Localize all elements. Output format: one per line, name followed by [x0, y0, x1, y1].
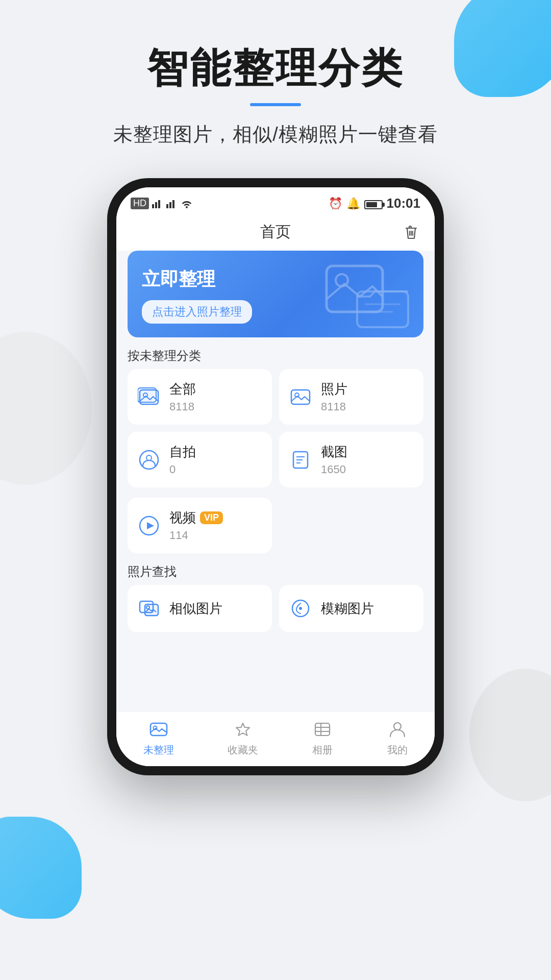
sub-title: 未整理图片，相似/模糊照片一键查看 — [0, 121, 551, 148]
tab-bar: 未整理 收藏夹 — [116, 711, 435, 766]
svg-rect-30 — [315, 723, 330, 736]
tab-album[interactable]: 相册 — [312, 719, 333, 757]
svg-marker-23 — [147, 522, 154, 529]
selfie-icon — [137, 448, 161, 472]
svg-rect-0 — [152, 204, 154, 208]
unorganized-tab-icon — [148, 719, 169, 740]
category-video[interactable]: 视频 VIP 114 — [128, 498, 272, 553]
all-photos-icon — [137, 385, 161, 409]
category-screenshot-name: 截图 — [321, 443, 347, 461]
hd-badge: HD — [131, 198, 149, 209]
banner-icon — [321, 256, 413, 332]
similar-photos-info: 相似图片 — [169, 600, 222, 618]
trash-button[interactable] — [395, 223, 420, 241]
tab-mine[interactable]: 我的 — [387, 719, 408, 757]
similar-icon — [137, 596, 161, 621]
album-tab-icon — [312, 719, 333, 740]
category-all[interactable]: 全部 8118 — [128, 369, 272, 425]
category-photos-name: 照片 — [321, 380, 347, 398]
photo-icon — [288, 385, 313, 409]
status-bar: HD ⏰ 🔔 10:0 — [116, 187, 435, 215]
mine-tab-icon — [387, 719, 408, 740]
tab-favorites-label: 收藏夹 — [228, 743, 258, 757]
category-video-info: 视频 VIP 114 — [169, 509, 223, 542]
svg-rect-2 — [158, 200, 160, 208]
phone-wrapper: HD ⏰ 🔔 10:0 — [0, 178, 551, 775]
svg-rect-5 — [172, 200, 174, 208]
banner-card[interactable]: 立即整理 点击进入照片整理 — [128, 251, 423, 337]
page-header: 智能整理分类 未整理图片，相似/模糊照片一键查看 — [0, 0, 551, 148]
category-video-name: 视频 VIP — [169, 509, 223, 527]
signal-bars-2 — [166, 199, 178, 208]
photo-find-grid: 相似图片 模糊图片 — [128, 585, 423, 632]
category-screenshot-count: 1650 — [321, 463, 347, 476]
phone-screen: HD ⏰ 🔔 10:0 — [116, 187, 435, 766]
status-right: ⏰ 🔔 10:01 — [329, 195, 421, 211]
tab-album-label: 相册 — [312, 743, 333, 757]
category-selfie-info: 自拍 0 — [169, 443, 196, 476]
category-photos-count: 8118 — [321, 400, 347, 413]
svg-point-34 — [394, 723, 401, 730]
screenshot-icon — [288, 448, 313, 472]
svg-point-27 — [299, 607, 302, 610]
tab-unorganized-label: 未整理 — [143, 743, 174, 757]
svg-rect-4 — [169, 202, 171, 208]
category-selfie[interactable]: 自拍 0 — [128, 432, 272, 487]
blur-photos[interactable]: 模糊图片 — [279, 585, 423, 632]
signal-bars — [152, 199, 163, 208]
wifi-icon — [181, 199, 193, 208]
category-photos-info: 照片 8118 — [321, 380, 347, 413]
category-selfie-name: 自拍 — [169, 443, 196, 461]
category-all-info: 全部 8118 — [169, 380, 196, 413]
svg-rect-14 — [291, 390, 310, 404]
categories-section-label: 按未整理分类 — [128, 348, 423, 364]
alarm-icon: ⏰ — [329, 197, 342, 210]
tab-unorganized[interactable]: 未整理 — [143, 719, 174, 757]
tab-mine-label: 我的 — [387, 743, 408, 757]
banner-button[interactable]: 点击进入照片整理 — [142, 300, 252, 324]
blob-bottom-left — [0, 817, 82, 919]
similar-photos[interactable]: 相似图片 — [128, 585, 272, 632]
favorites-tab-icon — [232, 719, 254, 740]
tab-favorites[interactable]: 收藏夹 — [228, 719, 258, 757]
svg-point-17 — [146, 455, 152, 460]
category-all-count: 8118 — [169, 400, 196, 413]
bell-icon: 🔔 — [346, 197, 360, 210]
svg-rect-1 — [155, 202, 157, 208]
blur-icon — [288, 596, 313, 621]
svg-rect-3 — [166, 204, 168, 208]
phone-frame: HD ⏰ 🔔 10:0 — [107, 178, 444, 775]
vip-badge: VIP — [200, 511, 223, 524]
category-selfie-count: 0 — [169, 463, 196, 476]
nav-title: 首页 — [156, 222, 395, 242]
main-title: 智能整理分类 — [0, 46, 551, 91]
video-icon — [137, 513, 161, 538]
categories-grid: 全部 8118 — [128, 369, 423, 487]
blur-photos-name: 模糊图片 — [321, 600, 374, 618]
status-signal: HD — [131, 198, 193, 209]
blur-photos-info: 模糊图片 — [321, 600, 374, 618]
category-screenshot[interactable]: 截图 1650 — [279, 432, 423, 487]
category-all-name: 全部 — [169, 380, 196, 398]
title-underline — [250, 103, 301, 106]
top-nav: 首页 — [116, 215, 435, 251]
svg-rect-13 — [138, 388, 156, 402]
category-screenshot-info: 截图 1650 — [321, 443, 347, 476]
svg-rect-28 — [151, 723, 167, 736]
category-photos[interactable]: 照片 8118 — [279, 369, 423, 425]
battery-indicator — [364, 197, 383, 210]
category-video-count: 114 — [169, 529, 223, 542]
similar-photos-name: 相似图片 — [169, 600, 222, 618]
photo-find-section-label: 照片查找 — [128, 564, 423, 580]
scroll-content: 立即整理 点击进入照片整理 — [116, 251, 435, 711]
time-display: 10:01 — [387, 195, 421, 211]
